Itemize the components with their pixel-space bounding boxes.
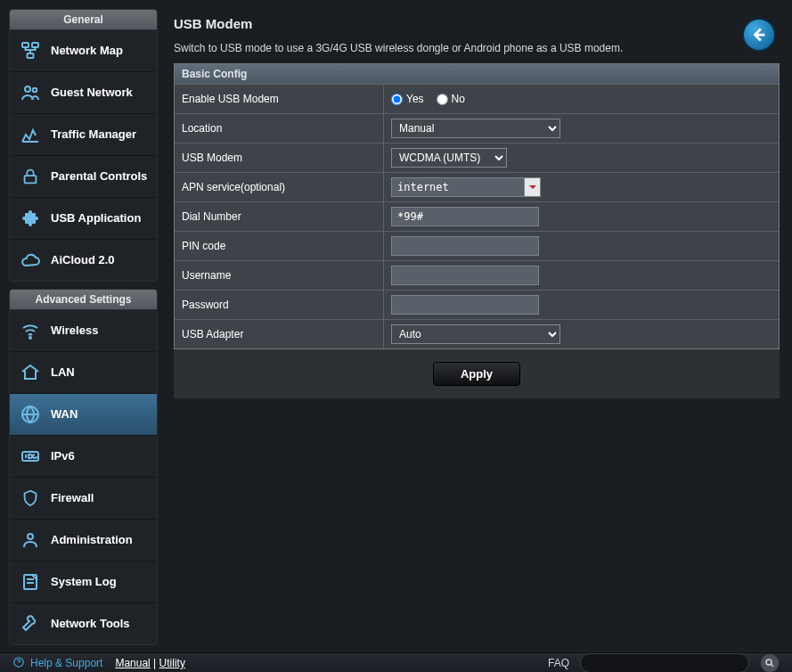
password-label: Password xyxy=(175,291,384,319)
location-label: Location xyxy=(175,114,384,143)
sidebar-item-label: Guest Network xyxy=(51,86,133,100)
sidebar-item-lan[interactable]: LAN xyxy=(10,352,157,394)
sidebar-item-label: LAN xyxy=(51,365,75,380)
sidebar-item-label: Firewall xyxy=(51,491,94,505)
basic-config-panel: Basic Config Enable USB Modem Yes No Loc… xyxy=(174,63,780,349)
globe-icon xyxy=(19,403,42,426)
network-map-icon xyxy=(19,39,42,62)
guest-icon xyxy=(19,81,42,104)
sidebar-section-advanced: Advanced Settings xyxy=(9,289,158,310)
apply-row: Apply xyxy=(174,349,780,398)
faq-search-button[interactable] xyxy=(760,653,780,672)
apply-button[interactable]: Apply xyxy=(433,362,520,386)
manual-link[interactable]: Manual xyxy=(115,657,150,669)
enable-yes-option[interactable]: Yes xyxy=(391,93,424,105)
tools-icon xyxy=(19,612,42,635)
page-description: Switch to USB mode to use a 3G/4G USB wi… xyxy=(174,42,780,54)
sidebar-item-label: Administration xyxy=(51,533,133,547)
adapter-label: USB Adapter xyxy=(175,320,384,348)
sidebar-item-parental-controls[interactable]: Parental Controls xyxy=(10,156,157,198)
sidebar-item-label: Wireless xyxy=(51,324,98,338)
enable-no-option[interactable]: No xyxy=(437,93,465,105)
faq-label: FAQ xyxy=(548,657,569,669)
sidebar-item-administration[interactable]: Administration xyxy=(10,520,157,561)
pin-label: PIN code xyxy=(175,232,384,260)
modem-label: USB Modem xyxy=(175,143,384,172)
sidebar-item-aicloud[interactable]: AiCloud 2.0 xyxy=(10,240,157,281)
username-label: Username xyxy=(175,261,384,290)
shield-icon xyxy=(19,487,42,510)
enable-label: Enable USB Modem xyxy=(175,85,384,113)
help-icon xyxy=(12,656,25,671)
svg-point-6 xyxy=(29,337,31,339)
sidebar-general-list: Network Map Guest Network Traffic Manage… xyxy=(9,30,158,282)
apn-label: APN service(optional) xyxy=(175,173,384,201)
usb-modem-select[interactable]: WCDMA (UMTS) xyxy=(391,148,507,168)
usb-adapter-select[interactable]: Auto xyxy=(391,324,560,344)
sidebar-item-wireless[interactable]: Wireless xyxy=(10,310,157,352)
sidebar-section-general: General xyxy=(9,9,158,30)
traffic-icon xyxy=(19,123,42,146)
cloud-icon xyxy=(19,249,42,272)
sidebar-item-firewall[interactable]: Firewall xyxy=(10,478,157,520)
sidebar-item-label: Parental Controls xyxy=(51,169,147,184)
apn-input[interactable] xyxy=(391,177,525,197)
sidebar-advanced-list: Wireless LAN WAN IPv6 Firewall Administr… xyxy=(9,310,158,645)
sidebar-item-label: WAN xyxy=(51,407,78,422)
sidebar-item-ipv6[interactable]: IPv6 xyxy=(10,436,157,478)
sidebar-item-label: Network Tools xyxy=(51,617,130,631)
dial-number-input[interactable] xyxy=(391,207,539,226)
svg-point-9 xyxy=(28,534,33,539)
page-title: USB Modem xyxy=(174,16,780,31)
ipv6-icon xyxy=(19,445,42,468)
location-select[interactable]: Manual xyxy=(391,119,560,138)
svg-rect-0 xyxy=(22,43,29,47)
svg-point-3 xyxy=(25,86,30,92)
admin-icon xyxy=(19,529,42,552)
enable-no-radio[interactable] xyxy=(437,94,448,105)
help-support-link[interactable]: Help & Support xyxy=(30,657,102,669)
sidebar-item-label: IPv6 xyxy=(51,449,75,463)
log-icon xyxy=(19,570,42,594)
puzzle-icon xyxy=(19,207,42,230)
back-button[interactable] xyxy=(742,18,776,52)
footer: Help & Support Manual | Utility FAQ xyxy=(0,652,792,672)
sidebar-item-label: USB Application xyxy=(51,211,141,225)
pin-input[interactable] xyxy=(391,236,539,256)
sidebar-item-label: AiCloud 2.0 xyxy=(51,253,115,267)
sidebar-item-system-log[interactable]: System Log xyxy=(10,561,157,603)
sidebar-item-network-tools[interactable]: Network Tools xyxy=(10,603,157,644)
footer-links: Manual | Utility xyxy=(115,657,185,669)
sidebar-item-guest-network[interactable]: Guest Network xyxy=(10,72,157,114)
home-icon xyxy=(19,361,42,384)
faq-search-input[interactable] xyxy=(580,653,749,672)
sidebar-item-wan[interactable]: WAN xyxy=(10,394,157,436)
sidebar-item-label: Network Map xyxy=(51,44,123,58)
sidebar-item-network-map[interactable]: Network Map xyxy=(10,30,157,72)
lock-icon xyxy=(19,165,42,188)
sidebar: General Network Map Guest Network Traffi… xyxy=(0,0,165,652)
svg-point-12 xyxy=(766,660,772,665)
dial-label: Dial Number xyxy=(175,202,384,231)
svg-rect-5 xyxy=(25,176,37,183)
apn-dropdown-button[interactable] xyxy=(525,177,541,197)
panel-header: Basic Config xyxy=(175,64,779,85)
svg-point-4 xyxy=(33,88,37,93)
svg-rect-1 xyxy=(32,43,38,47)
sidebar-item-traffic-manager[interactable]: Traffic Manager xyxy=(10,114,157,156)
sidebar-item-usb-application[interactable]: USB Application xyxy=(10,198,157,240)
password-input[interactable] xyxy=(391,295,539,315)
sidebar-item-label: Traffic Manager xyxy=(51,127,136,142)
username-input[interactable] xyxy=(391,266,539,285)
utility-link[interactable]: Utility xyxy=(159,657,185,669)
sidebar-item-label: System Log xyxy=(51,575,117,589)
content: USB Modem Switch to USB mode to use a 3G… xyxy=(165,0,792,652)
wifi-icon xyxy=(19,319,42,342)
svg-rect-2 xyxy=(28,53,34,58)
enable-yes-radio[interactable] xyxy=(391,94,403,105)
